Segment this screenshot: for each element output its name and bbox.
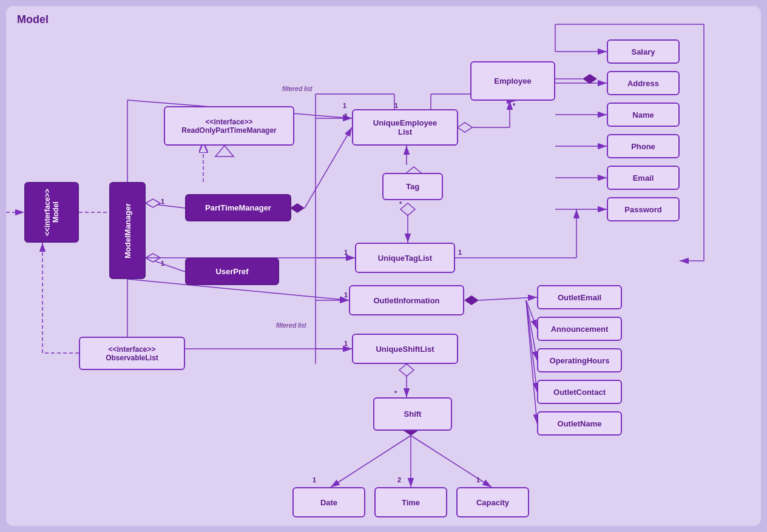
svg-line-27 bbox=[146, 258, 185, 272]
date-box: Date bbox=[292, 487, 365, 517]
mult-star-emp: * bbox=[513, 102, 515, 109]
readonly-ptm-box: <<interface>>ReadOnlyPartTimeManager bbox=[164, 106, 294, 146]
mult-1-utl-right: 1 bbox=[458, 249, 462, 256]
password-box: Password bbox=[607, 197, 680, 221]
unique-tag-list-box: UniqueTagList bbox=[355, 243, 455, 273]
outlet-email-box: OutletEmail bbox=[537, 285, 622, 309]
mult-1-ptm-left: 1 bbox=[161, 198, 164, 205]
svg-line-49 bbox=[526, 300, 537, 329]
model-manager-box: ModelManager bbox=[109, 182, 146, 279]
diagram-title: Model bbox=[17, 13, 49, 26]
svg-marker-15 bbox=[583, 74, 597, 84]
phone-box: Phone bbox=[607, 134, 680, 158]
svg-line-26 bbox=[305, 127, 352, 208]
diagram-container: Model bbox=[6, 6, 761, 526]
mult-1-utl: 1 bbox=[344, 249, 348, 256]
name-box: Name bbox=[607, 103, 680, 127]
svg-line-51 bbox=[526, 300, 537, 392]
svg-line-48 bbox=[479, 297, 537, 300]
mult-1-date: 1 bbox=[313, 476, 316, 483]
svg-marker-22 bbox=[215, 146, 234, 157]
svg-line-50 bbox=[526, 300, 537, 360]
unique-employee-list-box: UniqueEmployeeList bbox=[352, 109, 458, 146]
mult-1-uel-top: 1 bbox=[343, 102, 346, 109]
svg-marker-28 bbox=[146, 254, 160, 262]
part-time-manager-box: PartTimeManager bbox=[185, 194, 291, 221]
salary-box: Salary bbox=[607, 39, 680, 64]
outlet-information-box: OutletInformation bbox=[349, 285, 464, 315]
filtered-list-label-bottom: filtered list bbox=[276, 322, 306, 329]
time-box: Time bbox=[374, 487, 447, 517]
svg-marker-17 bbox=[458, 123, 472, 132]
interface-model-box: <<interface>> Model bbox=[24, 182, 79, 243]
tag-box: Tag bbox=[382, 173, 443, 200]
svg-marker-24 bbox=[146, 199, 160, 207]
observable-list-box: <<interface>>ObservableList bbox=[79, 337, 185, 370]
svg-marker-47 bbox=[464, 295, 479, 305]
outlet-contact-box: OutletContact bbox=[537, 380, 622, 404]
shift-box: Shift bbox=[373, 397, 452, 431]
filtered-list-label-top: filtered list bbox=[282, 85, 313, 92]
svg-marker-53 bbox=[399, 364, 414, 376]
mult-2-time: 2 bbox=[397, 476, 401, 483]
employee-box: Employee bbox=[470, 61, 555, 101]
mult-1-ptm: 1 bbox=[344, 112, 348, 120]
mult-1-oi: 1 bbox=[344, 291, 348, 298]
operating-hours-box: OperatingHours bbox=[537, 348, 622, 372]
mult-1-capacity: 1 bbox=[476, 476, 480, 483]
user-pref-box: UserPref bbox=[185, 258, 279, 285]
outlet-name-box: OutletName bbox=[537, 411, 622, 436]
address-box: Address bbox=[607, 71, 680, 95]
mult-1-uel-top2: 1 bbox=[394, 102, 398, 109]
mult-star-shift: * bbox=[394, 389, 397, 397]
mult-1-usl: 1 bbox=[344, 340, 348, 347]
announcement-box: Announcement bbox=[537, 317, 622, 341]
mult-star-tag: * bbox=[399, 200, 402, 207]
svg-line-23 bbox=[146, 203, 185, 208]
svg-line-52 bbox=[526, 300, 537, 423]
capacity-box: Capacity bbox=[456, 487, 529, 517]
svg-marker-25 bbox=[290, 203, 305, 213]
unique-shift-list-box: UniqueShiftList bbox=[352, 334, 458, 364]
mult-1-up-left: 1 bbox=[161, 260, 164, 267]
svg-marker-38 bbox=[400, 203, 415, 215]
email-box: Email bbox=[607, 166, 680, 190]
